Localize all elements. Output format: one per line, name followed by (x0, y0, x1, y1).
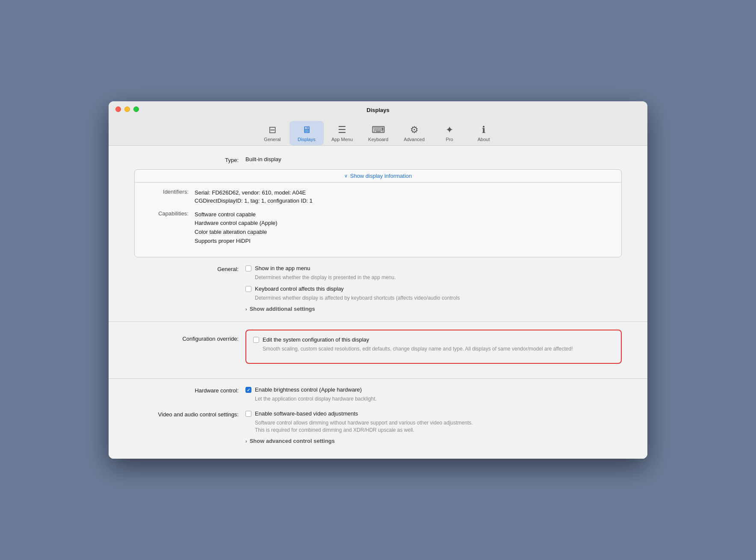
type-value: Built-in display (245, 156, 622, 162)
toolbar-item-displays[interactable]: 🖥 Displays (289, 121, 324, 145)
toolbar-label-displays: Displays (298, 137, 316, 142)
video-audio-checkbox-row: Enable software-based video adjustments (245, 410, 622, 417)
about-icon: ℹ (482, 124, 485, 136)
toolbar-label-general: General (264, 137, 281, 142)
config-override-label: Configuration override: (134, 330, 245, 342)
config-override-checkbox[interactable] (253, 337, 259, 343)
content-area: Type: Built-in display ∨ Show display in… (109, 146, 647, 459)
show-display-info-label: Show display information (350, 173, 412, 179)
capabilities-row: Capabilities: Software control capable H… (143, 210, 613, 246)
video-audio-section: Video and audio control settings: Enable… (134, 410, 622, 446)
video-audio-label: Video and audio control settings: (134, 410, 245, 418)
video-audio-checkbox-label: Enable software-based video adjustments (255, 410, 358, 417)
keyboard-control-row: Keyboard control affects this display (245, 286, 622, 292)
advanced-control-chevron: › (245, 439, 247, 444)
hardware-control-checkbox[interactable] (245, 387, 251, 393)
type-label: Type: (134, 156, 245, 163)
toolbar-item-keyboard[interactable]: ⌨ Keyboard (360, 121, 396, 145)
maximize-button[interactable] (133, 106, 139, 112)
identifiers-row: Identifiers: Serial: FD626D62, vendor: 6… (143, 189, 613, 205)
hardware-control-checkbox-label: Enable brightness control (Apple hardwar… (255, 386, 362, 393)
general-icon: ⊟ (269, 124, 276, 136)
general-content: Show in the app menu Determines whether … (245, 265, 622, 314)
video-audio-desc1: Software control allows dimming without … (255, 419, 622, 434)
config-override-desc: Smooth scaling, custom scaled resolution… (263, 345, 614, 353)
hardware-control-checkbox-row: Enable brightness control (Apple hardwar… (245, 386, 622, 393)
toolbar: ⊟ General 🖥 Displays ☰ App Menu ⌨ Keyboa… (115, 118, 641, 145)
close-button[interactable] (115, 106, 121, 112)
displays-icon: 🖥 (302, 124, 311, 136)
additional-settings-chevron: › (245, 307, 247, 312)
identifiers-line2: CGDirectDisplayID: 1, tag: 1, configurat… (195, 197, 613, 205)
hardware-control-section: Hardware control: Enable brightness cont… (134, 386, 622, 407)
capabilities-value: Software control capable Hardware contro… (195, 210, 613, 246)
type-row: Type: Built-in display (134, 156, 622, 163)
keyboard-control-checkbox[interactable] (245, 286, 251, 292)
advanced-control-label: Show advanced control settings (250, 438, 335, 444)
show-advanced-control-settings-toggle[interactable]: › Show advanced control settings (245, 438, 622, 444)
general-section: General: Show in the app menu Determines… (134, 265, 622, 314)
display-info-box: ∨ Show display information Identifiers: … (134, 169, 622, 257)
show-display-info-toggle[interactable]: ∨ Show display information (135, 170, 621, 183)
config-override-checkbox-row: Edit the system configuration of this di… (253, 336, 614, 343)
keyboard-control-desc: Determines whether display is affected b… (255, 295, 622, 302)
display-info-chevron: ∨ (344, 173, 348, 179)
show-in-app-menu-checkbox[interactable] (245, 265, 251, 271)
identifiers-label: Identifiers: (143, 189, 195, 205)
identifiers-line1: Serial: FD626D62, vendor: 610, model: A0… (195, 189, 613, 197)
config-override-checkbox-label: Edit the system configuration of this di… (263, 336, 369, 343)
general-label: General: (134, 265, 245, 272)
show-in-app-menu-desc: Determines whether the display is presen… (255, 274, 622, 281)
app-menu-icon: ☰ (338, 124, 346, 136)
hardware-control-label: Hardware control: (134, 386, 245, 394)
window-title: Displays (115, 107, 641, 113)
hardware-control-content: Enable brightness control (Apple hardwar… (245, 386, 622, 407)
toolbar-item-pro[interactable]: ✦ Pro (432, 121, 467, 145)
keyboard-control-label: Keyboard control affects this display (255, 286, 344, 292)
show-in-app-menu-row: Show in the app menu (245, 265, 622, 271)
config-override-box: Edit the system configuration of this di… (245, 330, 622, 364)
toolbar-label-about: About (478, 137, 490, 142)
show-additional-settings-toggle[interactable]: › Show additional settings (245, 306, 622, 312)
hardware-control-desc: Let the application control display hard… (255, 395, 622, 403)
minimize-button[interactable] (124, 106, 130, 112)
toolbar-item-advanced[interactable]: ⚙ Advanced (396, 121, 432, 145)
config-override-content: Edit the system configuration of this di… (245, 330, 622, 371)
divider-2 (109, 378, 647, 379)
pro-icon: ✦ (446, 124, 453, 136)
keyboard-icon: ⌨ (372, 124, 385, 136)
toolbar-label-app-menu: App Menu (331, 137, 353, 142)
identifiers-value: Serial: FD626D62, vendor: 610, model: A0… (195, 189, 613, 205)
video-audio-checkbox[interactable] (245, 411, 251, 417)
toolbar-item-app-menu[interactable]: ☰ App Menu (324, 121, 360, 145)
video-audio-content: Enable software-based video adjustments … (245, 410, 622, 446)
additional-settings-label: Show additional settings (250, 306, 315, 312)
toolbar-item-general[interactable]: ⊟ General (255, 121, 289, 145)
toolbar-item-about[interactable]: ℹ About (467, 121, 501, 145)
titlebar: Displays ⊟ General 🖥 Displays ☰ App Menu… (109, 101, 647, 146)
capabilities-label: Capabilities: (143, 210, 195, 246)
toolbar-label-pro: Pro (446, 137, 453, 142)
display-info-content: Identifiers: Serial: FD626D62, vendor: 6… (135, 183, 621, 257)
config-override-section: Configuration override: Edit the system … (134, 330, 622, 371)
main-window: Displays ⊟ General 🖥 Displays ☰ App Menu… (109, 101, 647, 459)
toolbar-label-advanced: Advanced (404, 137, 425, 142)
toolbar-label-keyboard: Keyboard (368, 137, 388, 142)
show-in-app-menu-label: Show in the app menu (255, 265, 310, 271)
advanced-icon: ⚙ (410, 124, 419, 136)
divider-1 (109, 321, 647, 322)
